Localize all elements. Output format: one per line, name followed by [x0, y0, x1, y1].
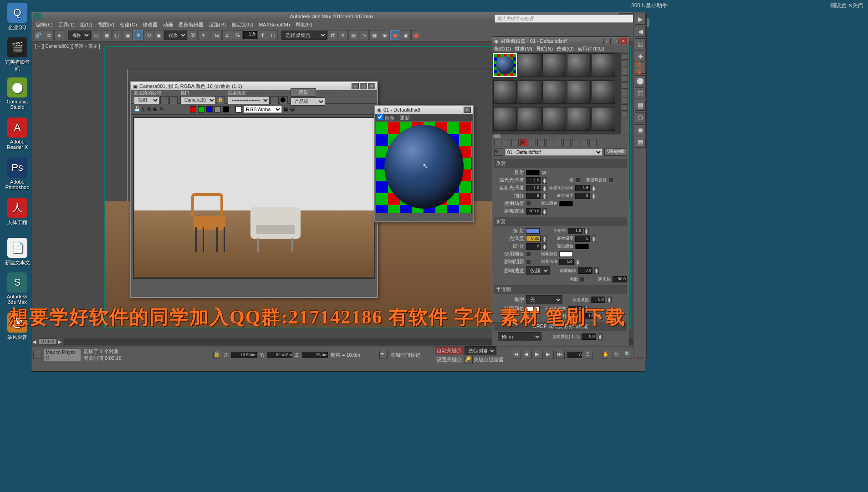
material-slot[interactable] [493, 80, 517, 104]
sample-type-icon[interactable] [622, 53, 628, 60]
preset-btn1-icon[interactable] [271, 96, 279, 104]
coord-z-input[interactable] [302, 352, 328, 358]
reflect-color-swatch[interactable] [526, 170, 540, 175]
desktop-icon[interactable]: AAdobe Reader X [4, 118, 31, 150]
lock-icon[interactable]: 🔒 [213, 351, 221, 359]
manipulate-icon[interactable]: ✦ [198, 30, 208, 40]
menu-modifiers[interactable]: 修改器 [140, 21, 160, 28]
refract-color-swatch[interactable] [526, 228, 540, 234]
spinner-buttons[interactable]: ▴▾ [576, 259, 580, 265]
affectch-select[interactable]: 仅颜色 [526, 266, 550, 275]
keyfilter-button[interactable]: 关键点过滤器 [474, 356, 504, 363]
spinner-buttons[interactable]: ▴▾ [542, 177, 547, 184]
move-icon[interactable]: ✥ [133, 30, 143, 40]
menu-views[interactable]: 视图(V) [95, 21, 117, 28]
menu-options[interactable]: 选项(O) [557, 46, 574, 52]
percent-snap-icon[interactable]: % [233, 30, 243, 40]
spinner-buttons[interactable]: ▴▾ [542, 193, 547, 199]
dispersion-checkbox[interactable] [580, 277, 585, 282]
tray-controls[interactable]: ▦设置 ✕关闭 [830, 2, 863, 10]
maximize-button[interactable]: □ [360, 83, 367, 89]
schematic-icon[interactable]: ▦ [369, 30, 379, 40]
maxscript-icon[interactable] [33, 351, 41, 359]
material-slot-1[interactable] [493, 53, 517, 77]
section-refraction[interactable]: 折射 [494, 217, 627, 226]
minimize-button[interactable]: – [603, 38, 611, 44]
link-icon[interactable]: 🔗 [33, 30, 43, 40]
menu-customize[interactable]: 自定义(U) [229, 21, 256, 28]
exitcol2-swatch[interactable] [575, 244, 589, 249]
sample-uv-icon[interactable] [622, 75, 628, 82]
spinner-snap-icon[interactable]: ⬍ [257, 30, 267, 40]
spinner-buttons[interactable]: ▴▾ [542, 208, 547, 215]
viewport-select[interactable]: Camera001 [180, 96, 216, 104]
material-slot[interactable] [592, 107, 615, 131]
auto-checkbox[interactable] [377, 114, 383, 120]
menu-render[interactable]: 渲染(R) [206, 21, 229, 28]
ior-spinner[interactable]: 1.6 [568, 228, 582, 234]
fresnel-checkbox[interactable] [608, 178, 613, 183]
render-titlebar[interactable]: ▣ Camera001, 帧 0, RGBA 颜色 16 位/通道 (1:1) … [131, 82, 377, 90]
scatter-spinner[interactable]: 0.0 [591, 297, 605, 303]
rect-select-icon[interactable]: ▢ [112, 30, 122, 40]
ref-coord-dropdown[interactable]: 视图 [164, 31, 187, 40]
dimdist-spinner[interactable]: 100.0 [526, 208, 541, 215]
material-slot[interactable] [592, 80, 615, 104]
print-icon[interactable]: 🖶 [153, 107, 158, 112]
options-icon[interactable] [622, 97, 628, 103]
get-material-icon[interactable] [494, 139, 501, 146]
section-translucent[interactable]: 半透明 [494, 285, 627, 294]
strip-icon[interactable]: ▶ [635, 14, 646, 25]
lock-viewport-icon[interactable]: 🔒 [217, 96, 225, 104]
select-icon[interactable]: ▭ [91, 30, 101, 40]
clone-image-icon[interactable]: ⧉ [147, 106, 151, 112]
copy-image-icon[interactable]: ⎘ [142, 107, 145, 112]
aniso-spinner[interactable]: 0.0 [582, 333, 596, 340]
goto-end-icon[interactable]: ⏭ [557, 351, 565, 359]
strip-icon[interactable]: ▦ [635, 137, 646, 148]
save-image-icon[interactable]: 💾 [134, 106, 140, 112]
fogcol-swatch[interactable] [559, 251, 573, 257]
spinner-buttons[interactable]: ▴▾ [607, 297, 612, 303]
scale-icon[interactable]: ▣ [154, 30, 164, 40]
material-slot[interactable] [518, 80, 541, 104]
material-name-select[interactable]: 01 - Defaultdfsdf [505, 149, 602, 156]
reset-icon[interactable]: ✕ [520, 139, 527, 146]
material-slot[interactable] [567, 80, 591, 104]
update-button[interactable]: 更新 [400, 114, 410, 121]
strip-icon[interactable]: ◉ [635, 124, 646, 135]
bg-swatch[interactable] [235, 106, 242, 113]
align-icon[interactable]: ≡ [338, 30, 348, 40]
fogmult-spinner[interactable]: 1.0 [559, 259, 574, 265]
menu-navigate[interactable]: 导航(N) [536, 46, 553, 52]
green-channel-button[interactable] [198, 106, 204, 113]
menu-create[interactable]: 创建(C) [117, 21, 139, 28]
spinner-buttons[interactable]: ▴▾ [592, 193, 596, 199]
spinner-buttons[interactable]: ▴▾ [542, 243, 547, 250]
exitcol-swatch[interactable] [559, 201, 573, 206]
desktop-icon[interactable]: 📄新建文本文 [4, 238, 31, 266]
desktop-icon[interactable]: 🎬完美者影音码 [4, 37, 31, 72]
show-map-icon[interactable] [563, 139, 571, 146]
preset-btn2-icon[interactable]: ⬤ [280, 96, 288, 104]
pan-icon[interactable]: ✋ [602, 351, 610, 359]
curve-editor-icon[interactable]: ∿ [359, 30, 369, 40]
desktop-icon[interactable]: ⬤Camtasia Studio [4, 77, 31, 110]
go-parent-icon[interactable] [581, 139, 588, 146]
time-tag-icon[interactable]: ⏷ [379, 351, 388, 359]
toggle1-icon[interactable]: ▦ [284, 106, 288, 112]
autokey-button[interactable]: 自动关键点 [435, 347, 464, 354]
angle-snap-icon[interactable]: ∠ [222, 30, 232, 40]
abbe-spinner[interactable]: 50.0 [613, 276, 627, 282]
material-slot[interactable] [567, 53, 591, 77]
area-btn2-icon[interactable] [169, 96, 178, 104]
select-by-mat-icon[interactable] [622, 104, 628, 111]
menu-mode[interactable]: 模式(D) [494, 46, 511, 52]
material-slot[interactable] [518, 53, 541, 77]
render-frame-icon[interactable]: ▣ [401, 30, 411, 40]
fresior-spinner[interactable]: 1.6 [575, 185, 590, 191]
spinner-buttons[interactable]: ▴▾ [542, 236, 547, 242]
strip-icon[interactable]: ◀ [635, 26, 646, 37]
render-button[interactable]: 渲染 [291, 88, 316, 97]
mono-channel-button[interactable] [223, 106, 229, 113]
